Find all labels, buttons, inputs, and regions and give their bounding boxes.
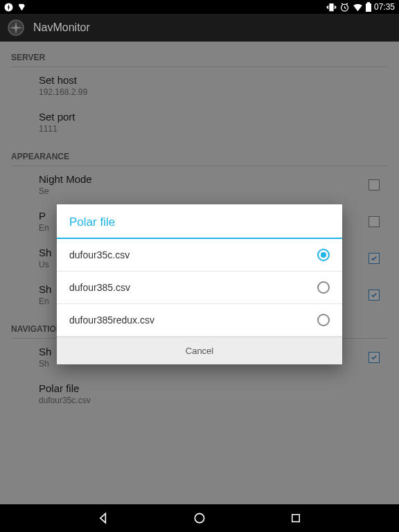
back-button[interactable] [96, 511, 111, 526]
content-area: SERVER Set host 192.168.2.99 Set port 11… [0, 42, 399, 504]
svg-rect-2 [366, 3, 371, 12]
polar-file-dialog: Polar file dufour35c.csv dufour385.csv d… [57, 204, 342, 364]
svg-rect-7 [292, 515, 299, 522]
cancel-button[interactable]: Cancel [57, 337, 342, 364]
option-label: dufour35c.csv [69, 249, 317, 260]
svg-rect-3 [367, 2, 370, 3]
status-time: 07:35 [374, 2, 395, 12]
radio-icon [317, 249, 330, 261]
radio-icon [317, 314, 330, 326]
dialog-option-0[interactable]: dufour35c.csv [57, 239, 342, 272]
alarm-icon [339, 2, 350, 12]
dialog-option-1[interactable]: dufour385.csv [57, 272, 342, 304]
compass-status-icon [4, 3, 13, 12]
option-label: dufour385.csv [69, 282, 317, 293]
app-logo-icon [7, 19, 25, 37]
notification-icon [17, 3, 26, 12]
app-bar: NavMonitor [0, 14, 399, 42]
dialog-title: Polar file [57, 204, 342, 239]
vibrate-icon [326, 2, 337, 12]
app-title: NavMonitor [33, 21, 90, 34]
cancel-label: Cancel [186, 346, 213, 356]
dialog-option-2[interactable]: dufour385redux.csv [57, 304, 342, 337]
radio-icon [317, 281, 330, 294]
wifi-icon [353, 2, 363, 12]
option-label: dufour385redux.csv [69, 314, 317, 326]
svg-point-6 [195, 513, 204, 522]
system-nav-bar [0, 504, 399, 532]
recent-button[interactable] [288, 511, 303, 526]
battery-icon [366, 2, 371, 12]
status-bar: 07:35 [0, 0, 399, 14]
home-button[interactable] [192, 511, 207, 526]
